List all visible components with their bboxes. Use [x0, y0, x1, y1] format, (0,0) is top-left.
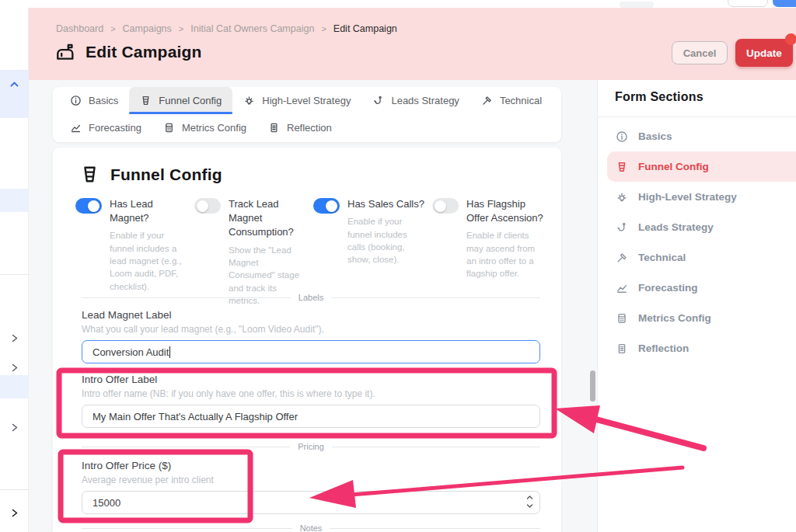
- section-item-label: Basics: [638, 130, 672, 142]
- tool-icon: [481, 95, 493, 106]
- funnel-icon: [616, 161, 628, 173]
- chevron-right-icon[interactable]: [9, 363, 19, 373]
- topbar-pill: [773, 0, 796, 7]
- breadcrumb: Dashboard > Campaigns > Initial Cat Owne…: [56, 23, 397, 34]
- rail-selected-item[interactable]: [0, 375, 29, 398]
- tab-label: Basics: [89, 95, 118, 106]
- toggle-grid: Has Lead Magnet? Enable if your funnel i…: [75, 197, 551, 307]
- section-item-leads-strategy[interactable]: Leads Strategy: [598, 212, 796, 242]
- info-icon: [70, 95, 82, 106]
- form-tabs: Basics Funnel Config High-Level Strategy…: [53, 87, 561, 142]
- notes-divider: Notes: [82, 523, 540, 532]
- breadcrumb-separator: >: [179, 24, 183, 33]
- section-item-label: Reflection: [638, 342, 689, 354]
- breadcrumb-separator: >: [110, 24, 115, 33]
- panel-divider: [598, 116, 796, 117]
- breadcrumb-item-current: Edit Campaign: [333, 23, 397, 34]
- tab-technical[interactable]: Technical: [470, 87, 553, 114]
- section-item-label: Metrics Config: [638, 312, 711, 324]
- toggle-label: Track Lead Magnet Consumption?: [229, 197, 307, 240]
- tab-label: Forecasting: [89, 122, 141, 134]
- hook-icon: [372, 95, 384, 106]
- has-flagship-offer-ascension-toggle[interactable]: [432, 198, 459, 214]
- toggle-helper: Enable if clients may ascend from an int…: [466, 229, 545, 280]
- document-icon: [268, 122, 280, 134]
- tab-leads-strategy[interactable]: Leads Strategy: [361, 87, 470, 114]
- section-item-label: Leads Strategy: [638, 221, 714, 233]
- chevron-right-icon[interactable]: [9, 333, 19, 343]
- rail-selected-item[interactable]: [0, 189, 29, 212]
- intro-offer-label-field: Intro Offer Label Intro offer name (NB: …: [82, 374, 540, 428]
- has-sales-calls-toggle[interactable]: [313, 198, 340, 214]
- text-caret: [169, 346, 170, 358]
- topbar-pill: [620, 2, 654, 8]
- lead-magnet-label-input[interactable]: Conversion Audit: [82, 340, 540, 363]
- stepper-down-icon[interactable]: [525, 502, 533, 509]
- section-item-label: Funnel Config: [638, 161, 709, 172]
- trend-icon: [70, 122, 82, 134]
- toggle-has-lead-magnet: Has Lead Magnet? Enable if your funnel i…: [75, 197, 194, 307]
- field-label: Intro Offer Label: [82, 374, 540, 385]
- toggle-has-sales-calls: Has Sales Calls? Enable if your funnel i…: [313, 197, 432, 307]
- chevron-right-icon[interactable]: [9, 508, 19, 518]
- section-item-basics[interactable]: Basics: [598, 121, 796, 151]
- chevron-right-icon[interactable]: [9, 422, 19, 433]
- mailbox-icon: [54, 41, 75, 62]
- section-item-metrics-config[interactable]: Metrics Config: [598, 303, 796, 333]
- lead-magnet-label-field: Lead Magnet Label What you call your lea…: [82, 309, 540, 363]
- tab-label: Metrics Config: [182, 122, 246, 134]
- tab-forecasting[interactable]: Forecasting: [59, 114, 152, 141]
- breadcrumb-item[interactable]: Initial Cat Owners Campaign: [190, 23, 314, 34]
- tab-label: Technical: [500, 95, 542, 106]
- cancel-button[interactable]: Cancel: [672, 41, 728, 64]
- chevron-up-icon[interactable]: [9, 79, 19, 89]
- vertical-scrollbar[interactable]: [590, 370, 595, 402]
- section-item-label: High-Level Strategy: [638, 191, 737, 203]
- labels-divider: Labels: [82, 293, 540, 302]
- tab-high-level-strategy[interactable]: High-Level Strategy: [232, 87, 361, 114]
- intro-offer-price-field: Intro Offer Price ($) Average revenue pe…: [82, 460, 540, 514]
- edit-campaign-screen: Dashboard > Campaigns > Initial Cat Owne…: [0, 0, 796, 532]
- lightbulb-icon: [243, 95, 255, 106]
- section-item-forecasting[interactable]: Forecasting: [598, 273, 796, 303]
- notification-dot: [785, 33, 796, 45]
- rail-selected-item[interactable]: [0, 70, 29, 118]
- lightbulb-icon: [616, 191, 628, 203]
- stepper-up-icon[interactable]: [525, 494, 533, 501]
- tool-icon: [616, 252, 628, 264]
- tab-reflection[interactable]: Reflection: [257, 114, 343, 141]
- tab-funnel-config[interactable]: Funnel Config: [129, 87, 232, 114]
- left-rail: [0, 8, 29, 532]
- has-lead-magnet-toggle[interactable]: [75, 198, 102, 214]
- hook-icon: [616, 221, 628, 234]
- calculator-icon: [616, 312, 628, 325]
- toggle-track-lead-magnet-consumption: Track Lead Magnet Consumption? Show the …: [194, 197, 313, 307]
- track-lead-magnet-consumption-toggle[interactable]: [194, 198, 221, 214]
- funnel-config-form: Funnel Config Has Lead Magnet? Enable if…: [53, 148, 561, 532]
- tab-label: High-Level Strategy: [262, 95, 351, 106]
- section-item-technical[interactable]: Technical: [598, 242, 796, 273]
- intro-offer-label-input[interactable]: My Main Offer That's Actually A Flagship…: [82, 405, 540, 428]
- page-header: Dashboard > Campaigns > Initial Cat Owne…: [29, 8, 796, 80]
- toggle-has-flagship-offer-ascension: Has Flagship Offer Ascension? Enable if …: [432, 197, 551, 307]
- section-item-reflection[interactable]: Reflection: [598, 333, 796, 363]
- breadcrumb-item[interactable]: Dashboard: [56, 23, 103, 34]
- section-item-high-level-strategy[interactable]: High-Level Strategy: [598, 182, 796, 212]
- topbar-pill: [728, 0, 768, 7]
- intro-offer-price-input[interactable]: 15000: [82, 491, 540, 514]
- info-icon: [616, 130, 628, 143]
- breadcrumb-item[interactable]: Campaigns: [123, 23, 172, 34]
- section-item-funnel-config[interactable]: Funnel Config: [607, 151, 796, 182]
- tab-metrics-config[interactable]: Metrics Config: [152, 114, 257, 141]
- tab-basics[interactable]: Basics: [59, 87, 129, 114]
- update-button[interactable]: Update: [735, 39, 793, 67]
- pricing-divider: Pricing: [82, 442, 540, 451]
- field-label: Lead Magnet Label: [82, 309, 540, 321]
- section-title: Funnel Config: [110, 165, 222, 184]
- funnel-icon: [140, 95, 152, 106]
- toggle-label: Has Lead Magnet?: [110, 197, 188, 225]
- section-item-label: Technical: [638, 252, 686, 263]
- field-helper: What you call your lead magnet (e.g., "L…: [82, 324, 540, 335]
- funnel-icon: [79, 164, 100, 185]
- field-helper: Average revenue per intro client: [82, 475, 540, 485]
